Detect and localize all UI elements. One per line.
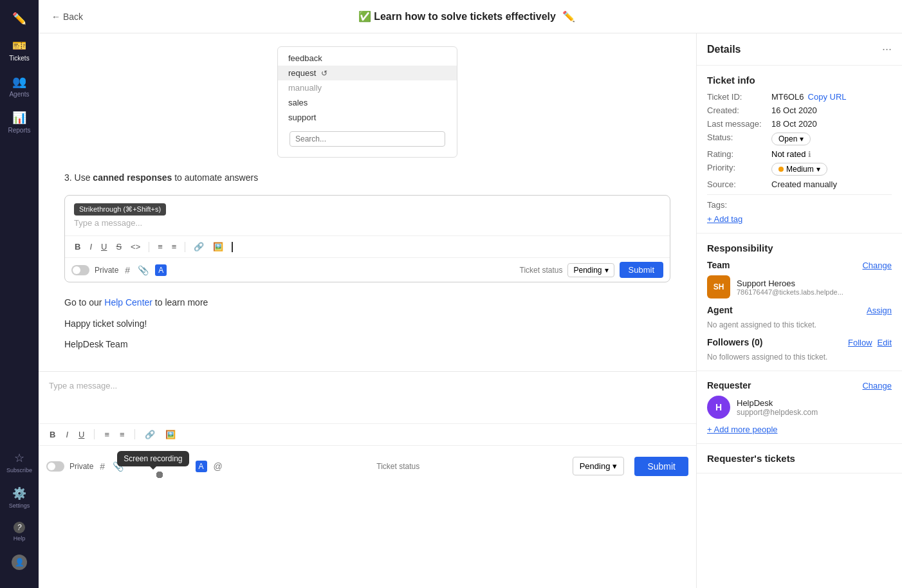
requester-change-link[interactable]: Change	[862, 381, 892, 390]
agent-label: Agent	[707, 305, 733, 315]
image-button[interactable]: 🖼️	[210, 240, 226, 253]
priority-label: Priority:	[707, 163, 771, 176]
sidebar-agents-label: Agents	[9, 91, 29, 98]
sidebar-settings-label: Settings	[9, 502, 30, 509]
sidebar-item-reports[interactable]: 📊 Reports	[3, 106, 36, 139]
ordered-list-button[interactable]: ≡	[154, 240, 166, 253]
sidebar-subscribe-label: Subscribe	[6, 467, 32, 473]
ticket-info-title: Ticket info	[707, 75, 892, 86]
settings-icon: ⚙️	[12, 486, 26, 501]
copy-url-link[interactable]: Copy URL	[808, 92, 847, 102]
requester-tickets-section: Requester's tickets	[697, 444, 902, 473]
check-icon: ↺	[321, 69, 327, 78]
italic-button[interactable]: I	[86, 240, 95, 253]
team-change-link[interactable]: Change	[862, 261, 892, 270]
bottom-private-toggle[interactable]	[46, 461, 64, 472]
panel-more-button[interactable]: ···	[882, 42, 892, 56]
bottom-link-button[interactable]: 🔗	[142, 428, 158, 441]
bottom-hashtag-icon[interactable]: #	[98, 460, 106, 473]
dropdown-item-support[interactable]: support	[278, 110, 457, 125]
title-edit-icon[interactable]: ✏️	[562, 11, 575, 22]
team-label: Team	[707, 260, 730, 270]
back-button[interactable]: ← Back	[51, 12, 83, 22]
ticket-id-row: Ticket ID: MT6OL6 Copy URL	[707, 92, 892, 102]
no-followers-text: No followers assigned to this ticket.	[707, 353, 892, 362]
bottom-ordered-list-button[interactable]: ≡	[101, 428, 113, 441]
back-label: Back	[63, 12, 83, 22]
bottom-unordered-list-button[interactable]: ≡	[116, 428, 128, 441]
bottom-composer-body[interactable]: Type a message...	[39, 372, 696, 423]
team-avatar: SH	[707, 275, 730, 299]
followers-header: Followers (0) Follow Edit	[707, 337, 892, 347]
submit-button-sm[interactable]: Submit	[620, 262, 663, 278]
strikethrough-button[interactable]: S	[113, 240, 125, 253]
priority-dot	[778, 167, 784, 172]
add-tag[interactable]: + Add tag	[707, 214, 892, 224]
attachment-icon[interactable]: 📎	[136, 264, 150, 277]
sidebar-item-agents[interactable]: 👥 Agents	[3, 69, 36, 103]
help-center-link[interactable]: Help Center	[104, 297, 152, 308]
sidebar-item-subscribe[interactable]: ☆ Subscribe	[3, 446, 36, 479]
bottom-bold-button[interactable]: B	[46, 428, 59, 441]
sidebar-item-user[interactable]: 👤	[3, 549, 36, 575]
reports-icon: 📊	[12, 111, 26, 125]
requester-header: Requester Change	[707, 380, 892, 390]
page-title: ✅ Learn how to solve tickets effectively…	[91, 10, 843, 23]
link-button[interactable]: 🔗	[190, 240, 207, 253]
main-area: ← Back ✅ Learn how to solve tickets effe…	[39, 0, 902, 588]
text-color-icon[interactable]: A	[155, 264, 167, 276]
private-label: Private	[95, 266, 118, 275]
bottom-mention-icon[interactable]: @	[212, 460, 224, 473]
rating-row: Rating: Not rated ℹ	[707, 149, 892, 159]
bottom-underline-button[interactable]: U	[75, 428, 87, 441]
screen-recording-icon[interactable]: ⏺	[153, 468, 166, 482]
toolbar-separator	[149, 242, 149, 252]
status-chevron-icon: ▾	[800, 134, 804, 143]
add-more-people-link[interactable]: + Add more people	[707, 425, 778, 434]
follow-link[interactable]: Follow	[848, 338, 872, 347]
priority-pill[interactable]: Medium ▾	[771, 163, 827, 176]
bottom-submit-button[interactable]: Submit	[634, 457, 688, 476]
dropdown-item-sales[interactable]: sales	[278, 95, 457, 110]
panel-header: Details ···	[697, 33, 902, 66]
requester-email: support@helpdesk.com	[737, 408, 892, 417]
last-message-value: 18 Oct 2020	[771, 119, 817, 129]
tags-label: Tags:	[707, 200, 771, 210]
bottom-image-button[interactable]: 🖼️	[162, 428, 179, 441]
bottom-status-dropdown[interactable]: Pending ▾	[573, 457, 625, 475]
code-button[interactable]: <>	[127, 240, 143, 253]
embedded-composer: Strikethrough (⌘+Shift+s) Type a message…	[64, 195, 670, 282]
bold-button[interactable]: B	[71, 240, 84, 253]
private-toggle[interactable]	[71, 265, 89, 275]
hashtag-icon[interactable]: #	[124, 264, 131, 277]
last-message-label: Last message:	[707, 119, 771, 129]
panel-title: Details	[707, 44, 741, 55]
edit-link[interactable]: Edit	[878, 338, 892, 347]
chevron-down-icon: ▾	[605, 266, 609, 275]
requester-tickets-title: Requester's tickets	[707, 453, 795, 464]
dropdown-item-feedback[interactable]: feedback	[278, 51, 457, 66]
status-row: Status: Open ▾	[707, 133, 892, 145]
embedded-composer-body[interactable]: Strikethrough (⌘+Shift+s) Type a message…	[65, 196, 670, 235]
status-pill[interactable]: Open ▾	[771, 133, 811, 145]
underline-button[interactable]: U	[98, 240, 110, 253]
sidebar-item-settings[interactable]: ⚙️ Settings	[3, 481, 36, 514]
bottom-toolbar: B I U ≡ ≡ 🔗 🖼️	[39, 423, 696, 445]
sidebar-item-help[interactable]: ? Help	[3, 517, 36, 547]
status-dropdown-sm[interactable]: Pending ▾	[567, 263, 614, 277]
helptext: Go to our Help Center to learn more	[64, 295, 670, 309]
unordered-list-button[interactable]: ≡	[169, 240, 180, 253]
team-email: 786176447@tickets.labs.helpde...	[737, 288, 892, 296]
signature-text: HelpDesk Team	[64, 337, 670, 351]
team-info: Support Heroes 786176447@tickets.labs.he…	[737, 279, 892, 296]
assign-link[interactable]: Assign	[867, 306, 892, 315]
ticket-id-label: Ticket ID:	[707, 92, 771, 102]
dropdown-item-request[interactable]: request ↺	[278, 66, 457, 80]
sidebar-item-tickets[interactable]: 🎫 Tickets	[3, 33, 36, 67]
bottom-italic-button[interactable]: I	[62, 428, 71, 441]
dropdown-search-input[interactable]	[290, 131, 445, 147]
bottom-toggle-knob	[48, 463, 55, 470]
bottom-text-color-icon[interactable]: A	[196, 461, 207, 472]
ticket-info-section: Ticket info Ticket ID: MT6OL6 Copy URL C…	[697, 66, 902, 234]
sidebar-item-edit[interactable]: ✏️	[3, 6, 36, 31]
